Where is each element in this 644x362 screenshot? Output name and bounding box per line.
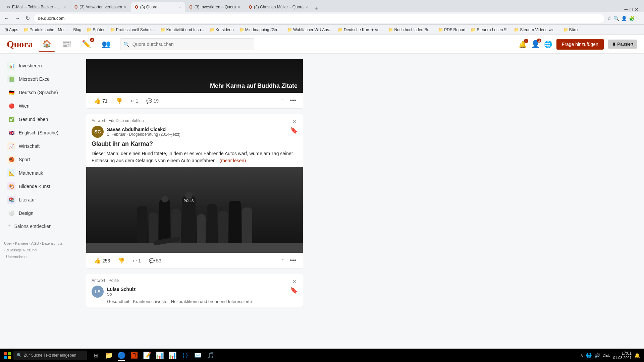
comment-button-karma[interactable]: 💬 53 (146, 257, 164, 265)
card-politik-bookmark[interactable]: 🔖 (290, 287, 298, 294)
forward-button[interactable]: → (13, 14, 21, 23)
add-question-button[interactable]: Frage hinzufügen (556, 39, 604, 50)
home-nav-button[interactable]: 🏠 (38, 37, 55, 52)
language-button[interactable]: 🌐 (544, 40, 552, 48)
footer-link-datenschutz[interactable]: Datenschutz (42, 241, 62, 245)
bookmark-kreativitaet[interactable]: 📁 Kreativität und Insp... (158, 27, 206, 33)
search-input[interactable] (120, 38, 254, 50)
bookmark-wahlfaecher[interactable]: 📁 Wahlfächer WU Aus... (285, 27, 334, 33)
bookmark-steuern-videos[interactable]: 📁 Steuern Videos wic... (512, 27, 560, 33)
bookmark-deutsch-kurs[interactable]: 📁 Deutsche Kurs + Vo... (336, 27, 385, 33)
card-karma-title[interactable]: Glaubt ihr an Karma? (86, 140, 303, 150)
people-nav-button[interactable]: 👥 (98, 37, 115, 51)
browser-tab-3[interactable]: Q (3) Quora × (131, 2, 185, 12)
add-answer-button[interactable]: ✏️ 3 (78, 37, 95, 51)
bookmark-produktsuche[interactable]: 📁 Produktsuche - Mer... (21, 27, 70, 33)
bookmark-kursideen[interactable]: 📁 Kursideen (208, 27, 236, 33)
more-button-karma[interactable]: ••• (288, 256, 298, 265)
taskbar-taskview[interactable]: ⊞ (90, 349, 102, 361)
bookmark-spaeter[interactable]: 📁 Später (85, 27, 106, 33)
tab-close-1[interactable]: × (64, 5, 66, 9)
read-more-link[interactable]: (mehr lesen) (219, 158, 246, 163)
tab-close-5[interactable]: × (306, 5, 308, 9)
taskbar-excel[interactable]: 📊 (154, 349, 166, 361)
tab-close-4[interactable]: × (238, 5, 240, 9)
taskbar-word[interactable]: 📝 (141, 349, 153, 361)
bookmark-blog[interactable]: Blog (71, 27, 83, 33)
sidebar-item-design[interactable]: ⚪ Design (4, 206, 76, 220)
taskbar-explorer[interactable]: 📁 (103, 349, 115, 361)
share-button-top[interactable]: ↩ 1 (128, 97, 141, 105)
share-link-karma[interactable]: ↩ 1 (130, 257, 144, 265)
card-karma-close[interactable]: × (291, 118, 298, 125)
bookmark-icon[interactable]: ☆ (607, 15, 611, 21)
taskbar-notifications-button[interactable]: 🔔 (634, 353, 640, 358)
browser-tab-4[interactable]: Q (3) Investieren – Quora × (185, 2, 244, 12)
sidebar-item-literatur[interactable]: 📚 Literatur (4, 193, 76, 206)
footer-link-agb[interactable]: AGB (31, 241, 39, 245)
start-button[interactable] (1, 349, 13, 361)
taskbar-office[interactable]: 🅾 (128, 349, 140, 361)
zoom-icon[interactable]: 🔍 (613, 16, 619, 21)
bookmark-professionell[interactable]: 📁 Professionell Schrei... (108, 27, 157, 33)
sidebar-item-excel[interactable]: 📗 Microsoft Excel (4, 72, 76, 86)
more-button-top[interactable]: ••• (288, 96, 298, 106)
downvote-button-karma[interactable]: 👎 (115, 256, 127, 265)
back-button[interactable]: ← (3, 14, 11, 23)
author-name-karma[interactable]: Savas Abdulhamid Cicekci (107, 127, 290, 132)
sidebar-item-investieren[interactable]: 📊 Investieren (4, 59, 76, 72)
bookmark-apps[interactable]: ⊞ Apps (3, 27, 20, 33)
taskbar-chevron-icon[interactable]: ∧ (580, 353, 583, 358)
buddha-image[interactable]: Mehr Karma auf Buddha Zitate (86, 59, 303, 93)
taskbar-search[interactable]: 🔍 Zur Suche Text hier eingeben (13, 351, 87, 360)
bookmark-buero[interactable]: 📁 Büro (561, 27, 580, 33)
taskbar-spotify[interactable]: 🎵 (205, 349, 217, 361)
taskbar-mail[interactable]: ✉️ (192, 349, 204, 361)
close-window-button[interactable]: ✕ (635, 7, 639, 12)
sidebar-item-deutsch[interactable]: 🇩🇪 Deutsch (Sprache) (4, 86, 76, 99)
extensions-icon[interactable]: 🧩 (629, 16, 635, 21)
reshare-button-karma[interactable]: ↑ (280, 256, 286, 265)
taskbar-powerpoint[interactable]: 📊 (166, 349, 178, 361)
karma-police-image[interactable]: POLIS (86, 167, 303, 253)
bookmark-pdf[interactable]: 📁 PDF Report (436, 27, 467, 33)
maximize-button[interactable]: □ (630, 7, 633, 12)
card-karma-bookmark[interactable]: 🔖 (290, 127, 298, 134)
news-nav-button[interactable]: 📰 (58, 37, 75, 51)
upvote-button-top[interactable]: 👍 71 (92, 96, 110, 105)
bookmark-mindmapping[interactable]: 📁 Mindmapping (Gru... (237, 27, 284, 33)
new-tab-button[interactable]: + (313, 5, 320, 12)
profile-icon[interactable]: 👤 (621, 16, 627, 21)
sidebar-item-englisch[interactable]: 🇬🇧 Englisch (Sprache) (4, 126, 76, 139)
footer-link-nutzung[interactable]: Zulässige Nutzung (6, 248, 37, 252)
taskbar-vscode[interactable]: { } (179, 349, 191, 361)
sidebar-item-bildende-kunst[interactable]: 🎨 Bildende Kunst (4, 180, 76, 193)
tab-close-3[interactable]: × (178, 5, 180, 9)
reshare-button-top[interactable]: ↑ (280, 96, 286, 106)
minimize-button[interactable]: ─ (625, 7, 628, 12)
taskbar-chrome[interactable]: 🔵 (115, 349, 127, 361)
sidebar-item-wirtschaft[interactable]: 📈 Wirtschaft (4, 139, 76, 153)
upvote-button-karma[interactable]: 👍 253 (92, 256, 113, 265)
sidebar-item-mathematik[interactable]: 📐 Mathematik (4, 166, 76, 180)
sidebar-item-wien[interactable]: 🔴 Wien (4, 99, 76, 113)
reload-button[interactable]: ↻ (24, 14, 31, 23)
footer-link-karriere[interactable]: Karriere (15, 241, 28, 245)
footer-link-ueber[interactable]: Über (4, 241, 12, 245)
browser-tab-1[interactable]: ✉ E-Mail – Tobias Becker – Outlook × (3, 2, 70, 12)
browser-tab-2[interactable]: Q (3) Antworten verfassen × (70, 2, 130, 12)
sidebar-explore-button[interactable]: + Salons entdecken (4, 220, 76, 232)
bookmark-steuern-lesen[interactable]: 📁 Steuern Lesen !!!! (469, 27, 511, 33)
comment-button-top[interactable]: 💬 19 (144, 97, 161, 105)
address-input[interactable] (34, 14, 604, 23)
sidebar-item-gesund[interactable]: ✅ Gesund leben (4, 113, 76, 126)
bookmark-hochladen[interactable]: 📁 Noch hochladen Bu... (386, 27, 435, 33)
footer-link-unternehmen[interactable]: Unternehmen (6, 255, 29, 259)
browser-tab-5[interactable]: Q (3) Christian Müller – Quora × (245, 2, 312, 12)
author-name-politik[interactable]: Luise Schulz (107, 287, 290, 292)
taskbar-clock[interactable]: 17:01 01.03.2021 (613, 351, 632, 360)
card-politik-close[interactable]: × (291, 278, 298, 285)
tab-close-2[interactable]: × (124, 5, 126, 9)
pause-button[interactable]: ⏸ Pausiert (608, 40, 637, 49)
downvote-button-top[interactable]: 👎 (113, 96, 125, 105)
